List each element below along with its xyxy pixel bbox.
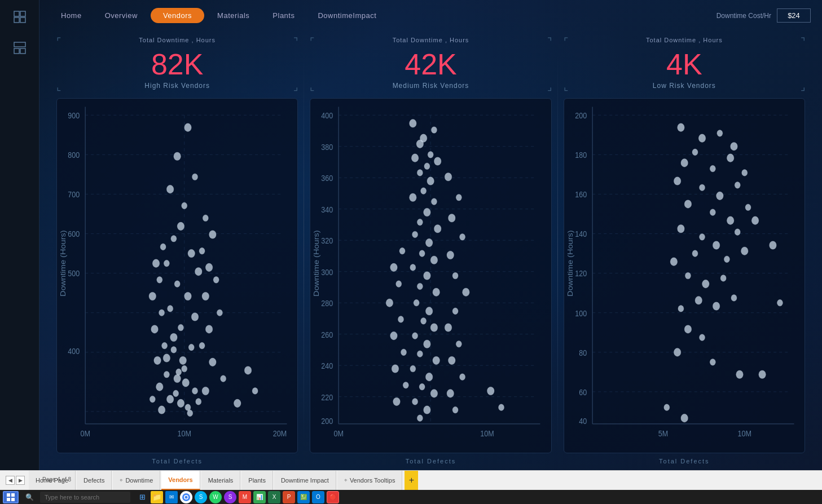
- svg-point-57: [217, 310, 222, 316]
- svg-point-36: [164, 260, 169, 267]
- svg-point-218: [699, 234, 705, 241]
- tab-vendors-tooltips[interactable]: ⌖ Vendors Tooltips: [337, 471, 403, 490]
- explorer-icon[interactable]: 📁: [151, 491, 163, 503]
- app-green[interactable]: 📊: [253, 491, 266, 503]
- mail-icon[interactable]: ✉: [165, 491, 178, 503]
- svg-point-56: [202, 292, 209, 300]
- svg-rect-3: [20, 17, 25, 23]
- svg-point-240: [758, 370, 766, 379]
- svg-point-75: [158, 406, 165, 414]
- tab-downtime-label: Downtime: [125, 477, 153, 484]
- svg-text:Downtime (Hours): Downtime (Hours): [313, 230, 320, 297]
- high-risk-corner-top: ⌜ Total Downtime , Hours ⌝: [56, 37, 298, 47]
- svg-point-228: [720, 275, 726, 282]
- svg-point-64: [160, 244, 166, 250]
- svg-point-119: [424, 163, 430, 170]
- svg-point-242: [681, 414, 688, 422]
- svg-rect-243: [7, 493, 10, 497]
- bracket-tl: ⌜: [56, 37, 61, 47]
- svg-point-31: [166, 185, 174, 193]
- svg-point-229: [695, 297, 702, 305]
- svg-point-54: [205, 263, 213, 272]
- tab-materials[interactable]: Materials: [201, 471, 241, 490]
- tab-plants[interactable]: Plants: [241, 471, 273, 490]
- svg-point-65: [152, 259, 160, 268]
- low-risk-svg: 200 180 160 140 120 100 80 60 40 5M 10M …: [564, 99, 805, 453]
- svg-text:80: 80: [579, 348, 587, 357]
- nav-materials[interactable]: Materials: [207, 7, 260, 24]
- svg-point-172: [398, 316, 404, 323]
- svg-point-200: [677, 123, 684, 132]
- sidebar-icon-grid[interactable]: [8, 6, 31, 28]
- svg-point-221: [751, 216, 759, 225]
- nav-home[interactable]: Home: [51, 7, 92, 24]
- svg-point-66: [157, 276, 162, 283]
- svg-text:60: 60: [579, 388, 587, 397]
- svg-point-51: [203, 215, 208, 222]
- search-input[interactable]: [40, 492, 130, 503]
- chrome-icon[interactable]: [180, 491, 192, 503]
- low-risk-x-label: Total Defects: [654, 458, 714, 465]
- low-risk-panel: ⌜ Total Downtime , Hours ⌝ 4K ⌞ Low Risk…: [558, 37, 811, 465]
- svg-point-115: [432, 127, 437, 134]
- powerpoint-icon[interactable]: P: [283, 491, 295, 503]
- svg-rect-5: [14, 48, 19, 54]
- high-risk-header: ⌜ Total Downtime , Hours ⌝ 82K ⌞ High Ri…: [56, 37, 298, 95]
- stremio-icon[interactable]: S: [224, 491, 236, 503]
- tab-add-button[interactable]: +: [405, 471, 418, 490]
- medium-risk-panel: ⌜ Total Downtime , Hours ⌝ 42K ⌞ Medium …: [304, 37, 557, 465]
- app-blue[interactable]: 💹: [297, 491, 310, 503]
- app-m[interactable]: M: [239, 491, 251, 503]
- svg-point-138: [426, 307, 433, 315]
- svg-point-144: [433, 356, 440, 365]
- app-red[interactable]: 🔴: [327, 491, 339, 503]
- svg-point-135: [417, 283, 423, 290]
- svg-point-159: [452, 308, 458, 315]
- medium-risk-chart: 400 380 360 340 320 300 280 260 240 220 …: [310, 98, 551, 453]
- tab-vendors[interactable]: Vendors: [161, 471, 200, 490]
- svg-text:120: 120: [575, 269, 587, 278]
- tab-defects[interactable]: Defects: [77, 471, 112, 490]
- sidebar-icon-layout[interactable]: [8, 37, 31, 59]
- outlook-icon[interactable]: O: [312, 491, 324, 503]
- svg-point-156: [447, 251, 454, 259]
- tab-nav-left[interactable]: ◀: [6, 476, 15, 485]
- whatsapp-icon[interactable]: W: [209, 491, 222, 503]
- svg-point-164: [447, 390, 454, 398]
- svg-point-132: [430, 256, 438, 264]
- svg-point-45: [163, 354, 170, 362]
- svg-rect-244: [11, 493, 15, 497]
- svg-point-116: [416, 140, 424, 148]
- skype-icon[interactable]: S: [195, 491, 207, 503]
- svg-point-176: [403, 382, 409, 388]
- svg-point-42: [178, 324, 183, 331]
- svg-text:200: 200: [575, 111, 587, 120]
- svg-text:220: 220: [322, 393, 333, 402]
- page-info: Page 4 of 8: [42, 476, 71, 483]
- nav-plants[interactable]: Plants: [262, 7, 305, 24]
- windows-start-button[interactable]: [3, 491, 19, 503]
- cost-value: $24: [777, 8, 811, 23]
- svg-point-209: [674, 177, 681, 185]
- nav-vendors[interactable]: Vendors: [151, 8, 204, 23]
- svg-point-81: [176, 369, 182, 375]
- svg-point-34: [171, 235, 177, 242]
- svg-point-43: [170, 333, 178, 342]
- high-risk-panel: ⌜ Total Downtime , Hours ⌝ 82K ⌞ High Ri…: [51, 37, 304, 465]
- svg-text:10M: 10M: [481, 429, 494, 438]
- excel-icon[interactable]: X: [268, 491, 280, 503]
- bracket-tr: ⌝: [293, 37, 298, 47]
- svg-point-123: [421, 188, 427, 194]
- nav-overview[interactable]: Overview: [95, 7, 148, 24]
- svg-point-35: [188, 249, 195, 258]
- nav-downtime-impact[interactable]: DowntimeImpact: [307, 7, 386, 24]
- taskview-icon[interactable]: ⊞: [136, 491, 148, 503]
- tab-nav-right[interactable]: ▶: [16, 476, 25, 485]
- svg-point-227: [702, 280, 709, 288]
- tab-downtime[interactable]: ⌖ Downtime: [113, 471, 160, 490]
- svg-point-125: [432, 198, 437, 205]
- svg-point-223: [670, 258, 678, 266]
- search-icon-btn[interactable]: 🔍: [21, 491, 37, 503]
- tab-downtime-impact[interactable]: Downtime Impact: [274, 471, 336, 490]
- svg-point-62: [202, 387, 209, 395]
